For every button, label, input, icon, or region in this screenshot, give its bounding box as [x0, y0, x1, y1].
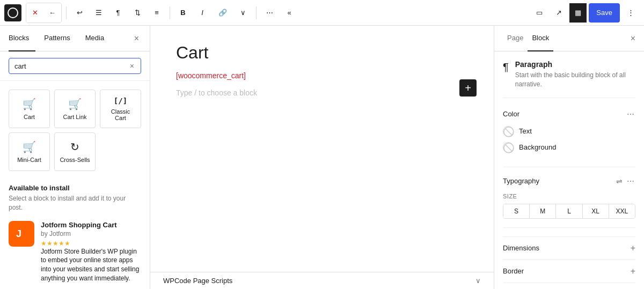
jotform-name: Jotform Shopping Cart — [41, 221, 141, 229]
more-options-button[interactable]: ⋯ — [261, 3, 279, 23]
save-button[interactable]: Save — [589, 3, 620, 23]
size-m[interactable]: M — [530, 204, 556, 218]
color-section-header: Color ⋯ — [503, 109, 635, 120]
size-l[interactable]: L — [556, 204, 582, 218]
left-panel: Blocks Patterns Media × × 🛒 Cart 🛒 — [0, 26, 150, 289]
view-external-button[interactable]: ↗ — [550, 3, 567, 23]
options-button[interactable]: ⋮ — [622, 3, 640, 23]
block-classic-cart-label: Classic Cart — [105, 108, 136, 121]
typography-section: Typography ⇌ ⋯ SIZE S M L XL XXL — [503, 176, 635, 228]
size-xl[interactable]: XL — [583, 204, 609, 218]
bold-button[interactable]: B — [174, 3, 192, 23]
color-text-option[interactable]: Text — [503, 126, 635, 137]
size-label: SIZE — [503, 193, 635, 199]
paragraph-icon: ¶ — [503, 61, 509, 73]
dimensions-section[interactable]: Dimensions + — [503, 236, 635, 260]
bottom-bar-chevron-icon[interactable]: ∨ — [475, 277, 481, 285]
block-mini-cart[interactable]: 🛒 Mini-Cart — [9, 132, 50, 171]
undo-button[interactable]: ↩ — [71, 3, 88, 23]
back-button[interactable]: ← — [43, 3, 61, 23]
border-section[interactable]: Border + — [503, 260, 635, 283]
move-button[interactable]: ⇅ — [129, 3, 146, 23]
block-cart-link[interactable]: 🛒 Cart Link — [54, 90, 96, 128]
link-button[interactable]: 🔗 — [213, 3, 232, 23]
size-xxl[interactable]: XXL — [609, 204, 635, 218]
border-expand-icon: + — [631, 266, 635, 276]
block-info-text: Paragraph Start with the basic building … — [515, 60, 635, 89]
bottom-bar-text: WPCode Page Scripts — [163, 277, 232, 285]
view-compact-button[interactable]: ▭ — [531, 3, 548, 23]
block-cross-sells[interactable]: ↻ Cross-Sells — [54, 132, 96, 171]
collapse-toolbar-button[interactable]: « — [281, 3, 298, 23]
close-button[interactable]: ✕ — [26, 3, 43, 23]
color-bg-option[interactable]: Background — [503, 142, 635, 153]
left-panel-close-button[interactable]: × — [132, 32, 141, 46]
right-panel: Page Block × ¶ Paragraph Start with the … — [494, 26, 644, 289]
search-input[interactable] — [14, 62, 129, 70]
center-content: Cart [woocommerce_cart] Type / to choose… — [150, 26, 494, 289]
dimensions-expand-icon: + — [631, 243, 635, 253]
right-tab-page[interactable]: Page — [503, 26, 528, 51]
sep-1 — [66, 6, 67, 19]
typography-section-header: Typography ⇌ ⋯ — [503, 176, 635, 187]
advanced-section[interactable]: Advanced ∨ — [503, 283, 635, 289]
jotform-desc: Jotform Store Builder's WP plugin to emb… — [41, 247, 141, 283]
tab-patterns[interactable]: Patterns — [38, 26, 76, 51]
placeholder-text: Type / to choose a block — [176, 88, 468, 97]
italic-button[interactable]: I — [194, 3, 211, 23]
tab-media[interactable]: Media — [79, 26, 111, 51]
shortcode[interactable]: [woocommerce_cart] — [176, 71, 468, 80]
size-options: S M L XL XXL — [503, 204, 635, 219]
svg-line-5 — [506, 129, 512, 135]
tab-blocks[interactable]: Blocks — [9, 26, 35, 51]
block-info: ¶ Paragraph Start with the basic buildin… — [503, 60, 635, 98]
paragraph-button[interactable]: ¶ — [109, 3, 127, 23]
cross-sells-icon: ↻ — [70, 140, 79, 153]
text-color-label: Text — [519, 127, 532, 135]
block-classic-cart[interactable]: [/] Classic Cart — [100, 90, 141, 128]
block-name: Paragraph — [515, 60, 635, 69]
list-view-button[interactable]: ☰ — [90, 3, 107, 23]
close-undo-group: ✕ ← — [26, 3, 62, 23]
blocks-grid: 🛒 Cart 🛒 Cart Link [/] Classic Cart 🛒 Mi… — [9, 90, 141, 171]
svg-line-7 — [506, 145, 512, 151]
border-label: Border — [503, 267, 524, 275]
typography-more-button[interactable]: ⋯ — [626, 176, 635, 187]
color-section: Color ⋯ Text Background — [503, 109, 635, 167]
add-block-button[interactable]: + — [459, 79, 477, 97]
page-title: Cart — [176, 43, 468, 63]
block-mini-cart-label: Mini-Cart — [17, 157, 41, 163]
right-panel-tabs: Page Block × — [494, 26, 644, 51]
size-s[interactable]: S — [503, 204, 530, 218]
cart-icon: 🛒 — [23, 98, 36, 110]
search-clear-button[interactable]: × — [129, 62, 135, 70]
jotform-icon: J — [9, 221, 34, 247]
more-formats-button[interactable]: ∨ — [235, 3, 252, 23]
plugin-jotform[interactable]: J Jotform Shopping Cart by Jotform ★★★★★… — [9, 221, 141, 283]
block-cart[interactable]: 🛒 Cart — [9, 90, 50, 128]
typography-section-title: Typography — [503, 177, 539, 185]
align-button[interactable]: ≡ — [148, 3, 165, 23]
blocks-area: 🛒 Cart 🛒 Cart Link [/] Classic Cart 🛒 Mi… — [0, 81, 150, 289]
sep-3 — [256, 6, 257, 19]
bottom-bar: WPCode Page Scripts ∨ — [150, 272, 494, 289]
bg-color-circle — [503, 142, 514, 153]
bg-color-label: Background — [519, 143, 556, 151]
search-wrapper: × — [9, 58, 141, 74]
typography-filter-button[interactable]: ⇌ — [616, 177, 623, 186]
right-panel-close-button[interactable]: × — [631, 34, 635, 43]
mini-cart-icon: 🛒 — [23, 140, 36, 153]
jotform-info: Jotform Shopping Cart by Jotform ★★★★★ J… — [41, 221, 141, 283]
block-cart-label: Cart — [24, 114, 35, 120]
jotform-stars: ★★★★★ — [41, 240, 141, 247]
classic-cart-icon: [/] — [114, 97, 127, 105]
main-layout: Blocks Patterns Media × × 🛒 Cart 🛒 — [0, 26, 644, 289]
search-container: × — [0, 51, 150, 81]
available-section-desc: Select a block to install and add it to … — [9, 194, 141, 212]
text-color-circle — [503, 126, 514, 137]
color-more-button[interactable]: ⋯ — [626, 109, 635, 120]
available-section-title: Available to install — [9, 184, 141, 192]
view-split-button[interactable]: ▦ — [569, 3, 587, 23]
color-section-title: Color — [503, 110, 519, 118]
right-tab-block[interactable]: Block — [528, 26, 553, 51]
